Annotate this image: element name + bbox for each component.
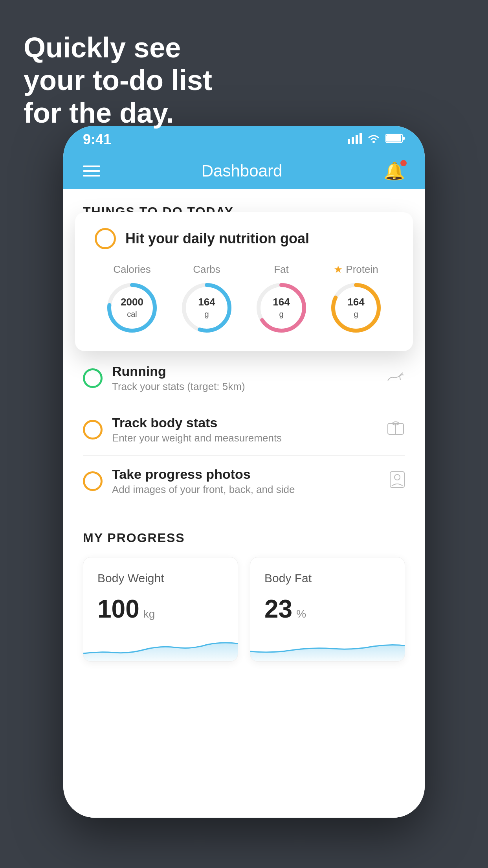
todo-title-running: Running bbox=[112, 364, 377, 379]
status-icons bbox=[348, 133, 405, 147]
body-fat-unit: % bbox=[296, 608, 306, 620]
status-time: 9:41 bbox=[83, 131, 111, 148]
fat-circle: 164 g bbox=[254, 280, 309, 335]
todo-subtitle-photos: Add images of your front, back, and side bbox=[112, 484, 380, 496]
nav-bar: Dashboard 🔔 bbox=[63, 153, 425, 189]
body-fat-value: 23 bbox=[264, 594, 292, 623]
star-icon: ★ bbox=[334, 263, 343, 276]
fat-label: Fat bbox=[274, 263, 289, 276]
running-icon bbox=[386, 369, 405, 388]
status-bar: 9:41 bbox=[63, 126, 425, 153]
nutrition-calories: Calories 2000 cal bbox=[105, 263, 160, 335]
progress-section-title: MY PROGRESS bbox=[83, 531, 405, 545]
scale-icon bbox=[386, 420, 405, 440]
todo-info-photos: Take progress photos Add images of your … bbox=[112, 467, 380, 496]
todo-item-body-stats[interactable]: Track body stats Enter your weight and m… bbox=[83, 404, 405, 456]
nutrition-card: Hit your daily nutrition goal Calories 2… bbox=[75, 212, 413, 351]
carbs-circle: 164 g bbox=[179, 280, 234, 335]
content-area: THINGS TO DO TODAY Hit your daily nutrit… bbox=[63, 189, 425, 818]
battery-icon bbox=[385, 133, 405, 146]
calories-circle: 2000 cal bbox=[105, 280, 160, 335]
progress-card-bodyfat[interactable]: Body Fat 23 % bbox=[250, 557, 405, 662]
card-check-circle bbox=[95, 228, 116, 249]
svg-rect-2 bbox=[356, 135, 358, 144]
todo-info-running: Running Track your stats (target: 5km) bbox=[112, 364, 377, 393]
svg-rect-0 bbox=[348, 139, 350, 144]
card-title: Hit your daily nutrition goal bbox=[125, 230, 309, 247]
nutrition-carbs: Carbs 164 g bbox=[179, 263, 234, 335]
nutrition-protein: ★ Protein 164 g bbox=[328, 263, 383, 335]
progress-section: MY PROGRESS Body Weight 100 kg bbox=[63, 515, 425, 677]
notification-bell[interactable]: 🔔 bbox=[383, 161, 405, 181]
progress-cards: Body Weight 100 kg bbox=[83, 557, 405, 662]
todo-list: Running Track your stats (target: 5km) T… bbox=[63, 353, 425, 507]
calories-label: Calories bbox=[113, 263, 150, 276]
nutrition-fat: Fat 164 g bbox=[254, 263, 309, 335]
person-icon bbox=[389, 471, 405, 492]
nutrition-row: Calories 2000 cal Carbs bbox=[95, 263, 393, 335]
todo-title-body-stats: Track body stats bbox=[112, 415, 377, 430]
nav-title: Dashboard bbox=[202, 162, 282, 180]
todo-info-body-stats: Track body stats Enter your weight and m… bbox=[112, 415, 377, 444]
protein-circle: 164 g bbox=[328, 280, 383, 335]
calories-value: 2000 cal bbox=[121, 296, 143, 319]
svg-rect-3 bbox=[360, 133, 362, 144]
protein-value: 164 g bbox=[347, 296, 364, 319]
todo-subtitle-body-stats: Enter your weight and measurements bbox=[112, 432, 377, 444]
body-weight-value: 100 bbox=[97, 594, 139, 623]
svg-point-20 bbox=[394, 474, 400, 480]
body-weight-value-row: 100 kg bbox=[97, 594, 224, 623]
carbs-label: Carbs bbox=[193, 263, 220, 276]
todo-title-photos: Take progress photos bbox=[112, 467, 380, 482]
svg-rect-6 bbox=[386, 135, 401, 142]
svg-rect-7 bbox=[403, 137, 405, 140]
svg-rect-1 bbox=[352, 137, 354, 144]
signal-icon bbox=[348, 133, 362, 147]
body-fat-chart bbox=[250, 630, 405, 661]
todo-item-running[interactable]: Running Track your stats (target: 5km) bbox=[83, 353, 405, 404]
todo-check-running bbox=[83, 368, 103, 388]
notification-badge bbox=[400, 160, 407, 166]
phone-frame: 9:41 bbox=[63, 126, 425, 818]
card-title-row: Hit your daily nutrition goal bbox=[95, 228, 393, 249]
body-weight-chart bbox=[83, 630, 238, 661]
svg-point-4 bbox=[372, 141, 375, 143]
todo-subtitle-running: Track your stats (target: 5km) bbox=[112, 381, 377, 393]
body-weight-title: Body Weight bbox=[97, 572, 224, 585]
todo-check-photos bbox=[83, 471, 103, 491]
fat-value: 164 g bbox=[273, 296, 290, 319]
hamburger-menu[interactable] bbox=[83, 166, 100, 177]
carbs-value: 164 g bbox=[198, 296, 215, 319]
protein-label: ★ Protein bbox=[334, 263, 378, 276]
wifi-icon bbox=[367, 133, 381, 147]
progress-card-weight[interactable]: Body Weight 100 kg bbox=[83, 557, 238, 662]
hero-text: Quickly see your to-do list for the day. bbox=[24, 31, 212, 129]
body-fat-title: Body Fat bbox=[264, 572, 391, 585]
body-weight-unit: kg bbox=[143, 608, 155, 620]
todo-check-body-stats bbox=[83, 420, 103, 440]
todo-item-photos[interactable]: Take progress photos Add images of your … bbox=[83, 456, 405, 507]
body-fat-value-row: 23 % bbox=[264, 594, 391, 623]
